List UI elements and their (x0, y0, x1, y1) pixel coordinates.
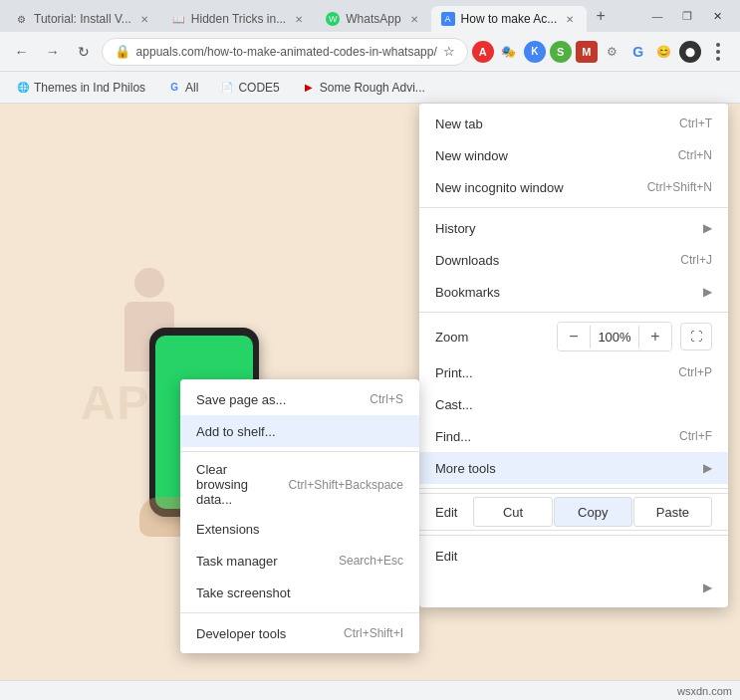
tab-how-to-make[interactable]: A How to make Ac... ✕ (431, 6, 588, 32)
menu-item-extensions[interactable]: Extensions (180, 513, 419, 545)
menu-label-task-manager: Task manager (196, 554, 323, 569)
bookmark-label-all: All (185, 81, 198, 95)
menu-item-add-shelf[interactable]: Add to shelf... (180, 415, 419, 447)
fullscreen-icon: ⛶ (690, 330, 702, 344)
menu-item-print[interactable]: Print... Ctrl+P (419, 356, 728, 388)
toolbar: ← → ↻ 🔒 appuals.com/how-to-make-animated… (0, 32, 740, 72)
maximize-button[interactable]: ❐ (674, 6, 700, 26)
omnibox[interactable]: 🔒 appuals.com/how-to-make-animated-codes… (102, 38, 468, 66)
menu-label-save-page: Save page as... (196, 392, 354, 407)
menu-item-new-window[interactable]: New window Ctrl+N (419, 139, 728, 171)
copy-button[interactable]: Copy (554, 497, 632, 527)
menu-label-add-shelf: Add to shelf... (196, 424, 403, 439)
back-button[interactable]: ← (8, 38, 35, 66)
tab-label-tutorial: Tutorial: Install V... (34, 12, 131, 26)
close-button[interactable]: ✕ (704, 6, 730, 26)
menu-item-help[interactable]: ▶ (419, 572, 728, 603)
tab-label-howto: How to make Ac... (461, 12, 558, 26)
bookmark-all[interactable]: G All (159, 79, 206, 97)
divider-1 (419, 207, 728, 208)
menu-item-downloads[interactable]: Downloads Ctrl+J (419, 244, 728, 276)
ext-icon-5[interactable]: M (576, 41, 598, 63)
menu-item-settings[interactable]: Edit (419, 540, 728, 572)
menu-item-new-tab[interactable]: New tab Ctrl+T (419, 108, 728, 139)
tab-icon-tutorial: ⚙ (14, 12, 28, 26)
bookmark-themes[interactable]: 🌐 Themes in Ind Philos (8, 79, 153, 97)
ext-icon-9[interactable]: ⬤ (679, 41, 701, 63)
bookmark-code5[interactable]: 📄 CODE5 (212, 79, 287, 97)
menu-shortcut-find: Ctrl+F (679, 429, 712, 443)
ext-icon-4[interactable]: S (550, 41, 572, 63)
new-tab-button[interactable]: + (589, 4, 613, 28)
tab-whatsapp[interactable]: W WhatsApp ✕ (316, 6, 430, 32)
chrome-menu-button[interactable] (705, 38, 732, 66)
tab-hidden-tricks[interactable]: 📖 Hidden Tricks in... ✕ (161, 6, 316, 32)
menu-label-developer-tools: Developer tools (196, 626, 328, 641)
menu-label-settings: Edit (435, 549, 712, 564)
extension-icons: A 🎭 K S M ⚙ G 😊 ⬤ (472, 41, 701, 63)
paste-button[interactable]: Paste (633, 497, 712, 527)
zoom-in-button[interactable]: + (639, 323, 671, 350)
menu-item-developer-tools[interactable]: Developer tools Ctrl+Shift+I (180, 617, 419, 649)
menu-item-task-manager[interactable]: Task manager Search+Esc (180, 545, 419, 577)
divider-3 (419, 488, 728, 489)
reload-button[interactable]: ↻ (70, 38, 97, 66)
menu-item-new-incognito[interactable]: New incognito window Ctrl+Shift+N (419, 171, 728, 203)
menu-item-take-screenshot[interactable]: Take screenshot (180, 577, 419, 608)
bookmark-label-rough: Some Rough Advi... (320, 81, 425, 95)
menu-label-new-window: New window (435, 148, 662, 163)
ext-icon-2[interactable]: 🎭 (498, 41, 520, 63)
chrome-menu: New tab Ctrl+T New window Ctrl+N New inc… (419, 104, 728, 607)
bookmark-label-themes: Themes in Ind Philos (34, 81, 145, 95)
menu-arrow-help: ▶ (703, 581, 712, 594)
tab-label-whatsapp: WhatsApp (346, 12, 400, 26)
menu-label-print: Print... (435, 365, 662, 380)
tab-icon-whatsapp: W (326, 12, 340, 26)
tab-tutorial[interactable]: ⚙ Tutorial: Install V... ✕ (4, 6, 161, 32)
ext-icon-7[interactable]: G (627, 41, 649, 63)
menu-item-history[interactable]: History ▶ (419, 212, 728, 244)
status-bar: wsxdn.com (0, 680, 740, 700)
bookmark-icon-all: G (167, 81, 181, 95)
menu-arrow-history: ▶ (703, 221, 712, 235)
menu-item-clear-browsing[interactable]: Clear browsing data... Ctrl+Shift+Backsp… (180, 456, 419, 513)
bookmark-icon-code5: 📄 (220, 81, 234, 95)
menu-item-bookmarks[interactable]: Bookmarks ▶ (419, 276, 728, 308)
sub-divider-2 (180, 612, 419, 613)
zoom-value[interactable]: 100% (590, 326, 639, 349)
menu-label-history: History (435, 221, 695, 236)
menu-item-more-tools[interactable]: More tools ▶ (419, 452, 728, 484)
tab-icon-hidden: 📖 (171, 12, 185, 26)
omnibox-lock-icon: 🔒 (115, 44, 130, 59)
zoom-fullscreen-button[interactable]: ⛶ (680, 323, 712, 350)
omnibox-star-icon[interactable]: ☆ (443, 44, 455, 59)
tab-close-hidden[interactable]: ✕ (292, 12, 306, 26)
zoom-out-button[interactable]: − (558, 323, 590, 350)
forward-button[interactable]: → (39, 38, 66, 66)
ext-icon-1[interactable]: A (472, 41, 494, 63)
menu-shortcut-downloads: Ctrl+J (680, 253, 712, 267)
ext-icon-6[interactable]: ⚙ (602, 41, 623, 63)
tab-close-tutorial[interactable]: ✕ (137, 12, 151, 26)
menu-label-clear-browsing: Clear browsing data... (196, 462, 273, 507)
tab-close-whatsapp[interactable]: ✕ (407, 12, 421, 26)
menu-label-downloads: Downloads (435, 253, 664, 268)
edit-label: Edit (435, 505, 457, 520)
menu-label-more-tools: More tools (435, 461, 695, 476)
bookmark-icon-rough: ▶ (302, 81, 316, 95)
zoom-controls: − 100% + (557, 322, 672, 351)
omnibox-url: appuals.com/how-to-make-animated-codes-i… (136, 45, 437, 59)
cut-button[interactable]: Cut (473, 497, 552, 527)
tab-label-hidden: Hidden Tricks in... (191, 12, 286, 26)
ext-icon-3[interactable]: K (524, 41, 546, 63)
bookmarks-bar: 🌐 Themes in Ind Philos G All 📄 CODE5 ▶ S… (0, 72, 740, 104)
menu-item-cast[interactable]: Cast... (419, 388, 728, 420)
bookmark-rough-advi[interactable]: ▶ Some Rough Advi... (294, 79, 433, 97)
bookmark-label-code5: CODE5 (238, 81, 279, 95)
menu-shortcut-save-page: Ctrl+S (370, 392, 403, 406)
minimize-button[interactable]: — (644, 6, 670, 26)
menu-item-find[interactable]: Find... Ctrl+F (419, 420, 728, 452)
tab-close-howto[interactable]: ✕ (563, 12, 577, 26)
ext-icon-8[interactable]: 😊 (653, 41, 675, 63)
menu-item-save-page[interactable]: Save page as... Ctrl+S (180, 383, 419, 415)
